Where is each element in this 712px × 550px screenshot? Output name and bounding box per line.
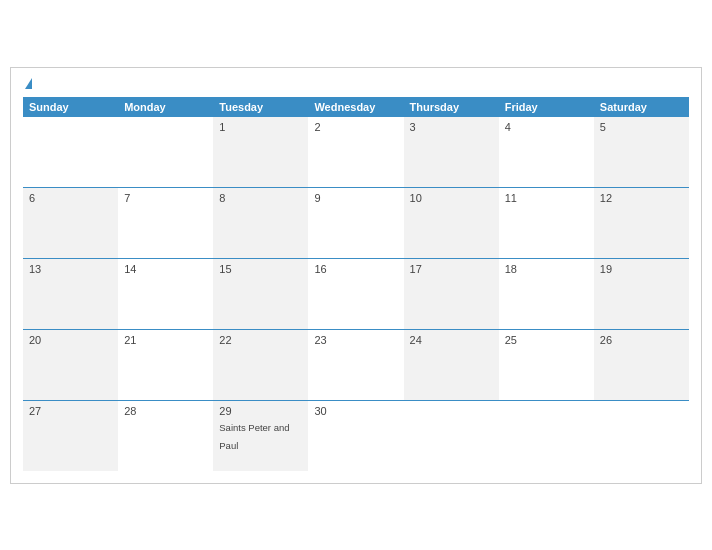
day-number: 2 — [314, 121, 397, 133]
day-cell: 13 — [23, 259, 118, 329]
day-number: 23 — [314, 334, 397, 346]
day-cell: 22 — [213, 330, 308, 400]
day-cell: 15 — [213, 259, 308, 329]
day-number: 21 — [124, 334, 207, 346]
day-cell: 21 — [118, 330, 213, 400]
day-number: 15 — [219, 263, 302, 275]
day-number: 25 — [505, 334, 588, 346]
day-cell — [118, 117, 213, 187]
day-header-tuesday: Tuesday — [213, 97, 308, 117]
day-cell: 4 — [499, 117, 594, 187]
day-cell: 30 — [308, 401, 403, 471]
day-cell: 18 — [499, 259, 594, 329]
day-header-monday: Monday — [118, 97, 213, 117]
day-header-saturday: Saturday — [594, 97, 689, 117]
day-cell: 8 — [213, 188, 308, 258]
day-number: 22 — [219, 334, 302, 346]
day-cell: 29Saints Peter and Paul — [213, 401, 308, 471]
day-cell: 2 — [308, 117, 403, 187]
day-number: 20 — [29, 334, 112, 346]
week-row: 6789101112 — [23, 188, 689, 259]
day-cell: 23 — [308, 330, 403, 400]
week-row: 13141516171819 — [23, 259, 689, 330]
day-number: 6 — [29, 192, 112, 204]
logo — [23, 78, 32, 89]
week-row: 20212223242526 — [23, 330, 689, 401]
day-cell: 12 — [594, 188, 689, 258]
day-event: Saints Peter and Paul — [219, 422, 289, 451]
day-cell: 5 — [594, 117, 689, 187]
day-cell — [499, 401, 594, 471]
day-number: 13 — [29, 263, 112, 275]
day-number: 16 — [314, 263, 397, 275]
week-row: 272829Saints Peter and Paul30 — [23, 401, 689, 471]
day-number: 19 — [600, 263, 683, 275]
day-cell: 3 — [404, 117, 499, 187]
day-number: 24 — [410, 334, 493, 346]
day-number: 26 — [600, 334, 683, 346]
day-cell: 17 — [404, 259, 499, 329]
day-header-thursday: Thursday — [404, 97, 499, 117]
day-cell: 20 — [23, 330, 118, 400]
day-number: 18 — [505, 263, 588, 275]
day-number: 27 — [29, 405, 112, 417]
calendar: SundayMondayTuesdayWednesdayThursdayFrid… — [10, 67, 702, 484]
day-cell: 24 — [404, 330, 499, 400]
day-number: 28 — [124, 405, 207, 417]
calendar-header — [23, 78, 689, 89]
day-number: 8 — [219, 192, 302, 204]
day-cell: 27 — [23, 401, 118, 471]
day-cell: 14 — [118, 259, 213, 329]
day-cell — [23, 117, 118, 187]
day-cell: 26 — [594, 330, 689, 400]
day-cell: 25 — [499, 330, 594, 400]
day-number: 5 — [600, 121, 683, 133]
day-header-row: SundayMondayTuesdayWednesdayThursdayFrid… — [23, 97, 689, 117]
day-header-wednesday: Wednesday — [308, 97, 403, 117]
day-cell: 16 — [308, 259, 403, 329]
day-number: 11 — [505, 192, 588, 204]
day-cell: 9 — [308, 188, 403, 258]
day-number: 29 — [219, 405, 302, 417]
week-row: 12345 — [23, 117, 689, 188]
day-cell — [404, 401, 499, 471]
day-number: 12 — [600, 192, 683, 204]
logo-triangle-icon — [25, 78, 32, 89]
day-number: 10 — [410, 192, 493, 204]
day-cell: 19 — [594, 259, 689, 329]
day-cell: 10 — [404, 188, 499, 258]
day-cell: 7 — [118, 188, 213, 258]
day-cell: 11 — [499, 188, 594, 258]
day-number: 9 — [314, 192, 397, 204]
day-number: 1 — [219, 121, 302, 133]
day-header-friday: Friday — [499, 97, 594, 117]
day-number: 17 — [410, 263, 493, 275]
day-number: 7 — [124, 192, 207, 204]
day-cell: 1 — [213, 117, 308, 187]
day-number: 30 — [314, 405, 397, 417]
day-number: 4 — [505, 121, 588, 133]
day-cell: 28 — [118, 401, 213, 471]
day-cell: 6 — [23, 188, 118, 258]
day-number: 3 — [410, 121, 493, 133]
day-cell — [594, 401, 689, 471]
day-number: 14 — [124, 263, 207, 275]
weeks-container: 1234567891011121314151617181920212223242… — [23, 117, 689, 471]
day-header-sunday: Sunday — [23, 97, 118, 117]
